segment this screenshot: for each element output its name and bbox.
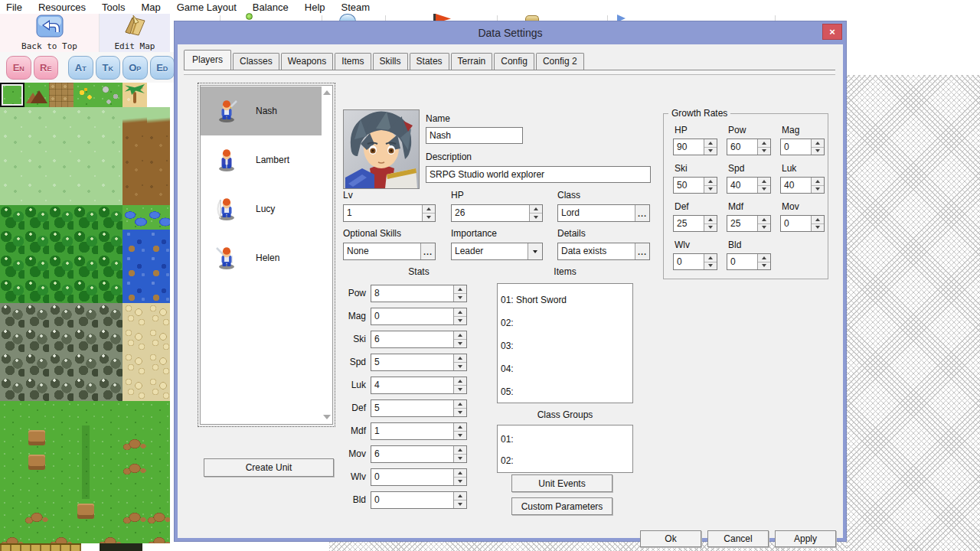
items-listbox[interactable]: 01: Short Sword02:03:04:05: xyxy=(497,283,633,403)
palette-tile-grass-track[interactable] xyxy=(74,474,98,499)
palette-tile-light-forest-floor[interactable] xyxy=(98,181,122,205)
menu-game-layout[interactable]: Game Layout xyxy=(177,2,237,13)
spin-up-button[interactable] xyxy=(454,377,466,386)
spin-down-button[interactable] xyxy=(704,186,717,194)
spin-down-button[interactable] xyxy=(704,148,717,155)
palette-tile-bright-grass[interactable] xyxy=(98,401,122,425)
spin-down-button[interactable] xyxy=(454,294,466,302)
palette-tile-rocky-peaks[interactable] xyxy=(49,303,74,328)
palette-tile-bright-grass[interactable] xyxy=(74,523,98,543)
spin-up-button[interactable] xyxy=(758,139,770,148)
spin-down-button[interactable] xyxy=(454,340,466,347)
spin-down-button[interactable] xyxy=(704,224,717,232)
dropdown-arrow-button[interactable] xyxy=(528,243,542,259)
toolbar-section-back-to-top[interactable]: Back to Top xyxy=(0,14,100,52)
palette-tile-trees[interactable] xyxy=(98,254,122,279)
stat-spinner-def[interactable]: 5 xyxy=(371,399,467,417)
palette-tile-ponds[interactable] xyxy=(122,205,147,230)
spin-down-button[interactable] xyxy=(454,432,466,439)
palette-tile-dirt-path[interactable] xyxy=(49,83,74,107)
menu-file[interactable]: File xyxy=(6,2,22,13)
spin-down-button[interactable] xyxy=(454,478,466,485)
stat-spinner-wlv[interactable]: 0 xyxy=(371,468,467,486)
spin-down-button[interactable] xyxy=(454,500,466,508)
palette-tile-light-forest-floor[interactable] xyxy=(24,107,49,132)
mode-button-tk[interactable]: Tk xyxy=(96,56,121,80)
palette-tile-cobblestone[interactable] xyxy=(122,377,147,401)
tab-players[interactable]: Players xyxy=(184,50,231,70)
palette-tile-bright-grass[interactable] xyxy=(147,401,170,425)
spin-up-button[interactable] xyxy=(454,354,466,363)
palette-tile-bright-grass[interactable] xyxy=(74,401,98,425)
spin-down-button[interactable] xyxy=(454,317,466,324)
palette-tile-rocky-peaks[interactable] xyxy=(98,303,122,328)
item-entry[interactable]: 02: xyxy=(498,311,632,334)
player-list-item-helen[interactable]: Helen xyxy=(201,233,322,282)
palette-tile-trees[interactable] xyxy=(74,279,98,303)
palette-tile-dirt[interactable] xyxy=(122,181,147,205)
palette-tile-light-forest-floor[interactable] xyxy=(0,107,24,132)
item-entry[interactable]: 03: xyxy=(498,334,632,357)
spin-up-button[interactable] xyxy=(758,254,770,262)
palette-tile-lake[interactable] xyxy=(122,279,147,303)
stat-spinner-ski[interactable]: 6 xyxy=(371,331,467,348)
palette-tile-rocky-peaks[interactable] xyxy=(0,328,24,352)
palette-tile-rocky-peaks[interactable] xyxy=(49,328,74,352)
palette-tile-cliff-mounds[interactable] xyxy=(98,523,122,543)
menu-resources[interactable]: Resources xyxy=(38,2,86,13)
palette-tile-cliff-mounds[interactable] xyxy=(147,523,170,543)
details-field[interactable]: Data exists ... xyxy=(557,243,650,260)
palette-tile-trees[interactable] xyxy=(0,279,24,303)
spin-up-button[interactable] xyxy=(454,423,466,432)
mode-button-re[interactable]: Re xyxy=(34,56,59,80)
tab-items[interactable]: Items xyxy=(335,53,371,70)
palette-tile-trees[interactable] xyxy=(0,230,24,254)
palette-tile-lake[interactable] xyxy=(122,230,147,254)
palette-tile-light-forest-floor[interactable] xyxy=(74,107,98,132)
palette-tile-lake[interactable] xyxy=(122,254,147,279)
palette-tile-grass-track[interactable] xyxy=(74,425,98,450)
item-entry[interactable]: 05: xyxy=(498,380,632,403)
growth-spinner-wlv[interactable]: 0 xyxy=(673,253,717,270)
ok-button[interactable]: Ok xyxy=(640,530,701,547)
palette-tile-bright-grass[interactable] xyxy=(98,425,122,450)
palette-tile-light-forest-floor[interactable] xyxy=(49,132,74,156)
cancel-button[interactable]: Cancel xyxy=(707,530,769,547)
palette-tile-stones[interactable] xyxy=(98,83,122,107)
palette-tile-cliff-mounds[interactable] xyxy=(122,425,147,450)
tab-skills[interactable]: Skills xyxy=(373,53,408,70)
palette-tile-light-forest-floor[interactable] xyxy=(74,132,98,156)
custom-parameters-button[interactable]: Custom Parameters xyxy=(511,497,612,515)
spin-down-button[interactable] xyxy=(423,214,435,221)
spin-up-button[interactable] xyxy=(758,178,770,186)
growth-spinner-hp[interactable]: 90 xyxy=(673,139,717,155)
spin-down-button[interactable] xyxy=(704,262,717,270)
spin-up-button[interactable] xyxy=(530,205,542,214)
menu-help[interactable]: Help xyxy=(305,2,325,13)
growth-spinner-luk[interactable]: 40 xyxy=(780,177,825,194)
growth-spinner-mdf[interactable]: 25 xyxy=(727,215,771,232)
spin-down-button[interactable] xyxy=(454,409,466,416)
palette-tile-bright-grass[interactable] xyxy=(49,401,74,425)
palette-tile-cobblestone[interactable] xyxy=(147,352,170,377)
palette-tile-bright-grass[interactable] xyxy=(122,401,147,425)
growth-spinner-mag[interactable]: 0 xyxy=(780,139,825,155)
palette-tile-trees[interactable] xyxy=(0,205,24,230)
palette-tile-cliff-mounds[interactable] xyxy=(122,499,147,523)
palette-tile-rocky-peaks[interactable] xyxy=(98,352,122,377)
menu-steam[interactable]: Steam xyxy=(341,2,371,13)
palette-tile-trees[interactable] xyxy=(24,254,49,279)
tile-palette[interactable] xyxy=(0,83,170,543)
ellipsis-button[interactable]: ... xyxy=(635,205,649,221)
unit-events-button[interactable]: Unit Events xyxy=(511,474,612,492)
growth-spinner-ski[interactable]: 50 xyxy=(673,177,717,194)
stat-spinner-bld[interactable]: 0 xyxy=(371,491,467,509)
mode-button-op[interactable]: Op xyxy=(122,56,148,80)
palette-tile-trees[interactable] xyxy=(24,279,49,303)
spin-down-button[interactable] xyxy=(530,214,542,221)
palette-tile-rocky-peaks[interactable] xyxy=(24,352,49,377)
palette-tile-cliff-block[interactable] xyxy=(74,499,98,523)
palette-tile-bright-grass[interactable] xyxy=(98,474,122,499)
palette-tile-cliff-mounds[interactable] xyxy=(0,523,24,543)
spin-up-button[interactable] xyxy=(812,216,824,224)
